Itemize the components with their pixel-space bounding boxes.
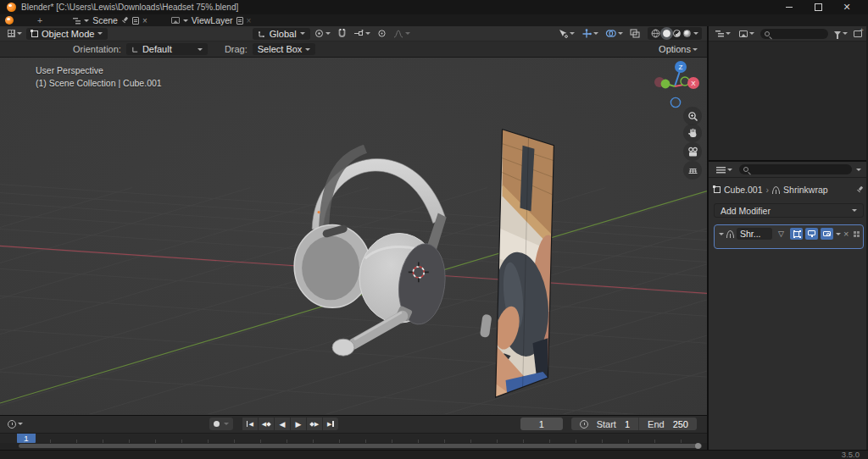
play-reverse-button[interactable]: ◀ bbox=[275, 418, 290, 430]
search-icon bbox=[743, 167, 748, 172]
blender-window: Blender* [C:\Users\Lewis\Downloads\Heads… bbox=[0, 0, 868, 459]
pivot-icon bbox=[314, 29, 324, 38]
object-type-visibility-dropdown[interactable] bbox=[555, 28, 577, 40]
app-menu-icon[interactable] bbox=[5, 16, 14, 25]
viewport-canvas[interactable]: User Perspective (1) Scene Collection | … bbox=[0, 58, 707, 415]
view-layer-selector[interactable]: ViewLayer × bbox=[171, 15, 252, 25]
wireframe-shading-icon[interactable] bbox=[651, 29, 660, 38]
outliner-filter-button[interactable] bbox=[832, 28, 850, 40]
snap-toggle[interactable] bbox=[335, 28, 349, 40]
new-collection-button[interactable] bbox=[854, 30, 862, 37]
properties-options-chevron[interactable] bbox=[856, 169, 861, 171]
show-overlays-toggle[interactable] bbox=[603, 28, 626, 40]
close-scene-icon[interactable]: × bbox=[142, 16, 147, 25]
jump-to-end-button[interactable]: ▶ bbox=[323, 418, 338, 430]
previous-keyframe-button[interactable]: ◀ bbox=[259, 418, 274, 430]
solid-shading-icon[interactable] bbox=[663, 30, 670, 37]
new-scene-icon[interactable] bbox=[132, 17, 139, 25]
outliner-editor bbox=[709, 26, 866, 162]
render-display-toggle[interactable] bbox=[821, 228, 833, 240]
add-modifier-button[interactable]: Add Modifier bbox=[714, 203, 864, 218]
edit-mode-toggle[interactable] bbox=[790, 228, 803, 240]
blender-logo-icon bbox=[7, 3, 16, 12]
breadcrumb-modifier[interactable]: Shrinkwrap bbox=[783, 185, 828, 195]
shrinkwrap-modifier-panel: Shr... ▽ × bbox=[714, 224, 864, 249]
falloff-curve-icon bbox=[393, 30, 403, 38]
transform-orientation-dropdown[interactable]: Global bbox=[253, 28, 310, 40]
remove-view-layer-icon[interactable]: × bbox=[247, 16, 252, 25]
view-layer-name[interactable]: ViewLayer bbox=[192, 15, 233, 25]
timeline-editor-type-button[interactable] bbox=[5, 418, 25, 430]
expand-panel-chevron[interactable] bbox=[719, 233, 724, 235]
proportional-falloff-dropdown[interactable] bbox=[391, 28, 413, 40]
modifier-extras-chevron[interactable] bbox=[836, 233, 841, 235]
material-preview-shading-icon[interactable] bbox=[673, 30, 681, 37]
new-view-layer-icon[interactable] bbox=[236, 17, 243, 25]
scene-name[interactable]: Scene bbox=[92, 15, 118, 25]
statusbar: 3.5.0 bbox=[0, 450, 868, 459]
rendered-shading-icon[interactable] bbox=[683, 30, 691, 37]
pivot-point-dropdown[interactable] bbox=[312, 28, 333, 40]
breadcrumb-object[interactable]: Cube.001 bbox=[724, 185, 763, 195]
drag-dropdown[interactable]: Select Box bbox=[253, 43, 316, 55]
minimize-button[interactable] bbox=[775, 0, 804, 14]
shading-mode-group bbox=[648, 27, 702, 40]
play-button[interactable]: ▶ bbox=[291, 418, 306, 430]
zoom-view-button[interactable] bbox=[683, 107, 702, 125]
shrinkwrap-icon bbox=[772, 186, 780, 194]
orientation-dropdown[interactable]: Default bbox=[126, 43, 208, 55]
pan-view-button[interactable] bbox=[683, 124, 702, 142]
properties-search-input[interactable] bbox=[739, 164, 852, 174]
start-frame-field[interactable]: Start1 bbox=[571, 418, 638, 430]
camera-view-button[interactable] bbox=[683, 142, 702, 161]
maximize-button[interactable] bbox=[804, 0, 832, 14]
proportional-editing-toggle[interactable] bbox=[375, 28, 389, 40]
view-layer-icon bbox=[171, 17, 180, 24]
shrinkwrap-icon bbox=[726, 230, 734, 238]
outliner-search-input[interactable] bbox=[760, 29, 828, 39]
show-gizmo-toggle[interactable] bbox=[579, 28, 601, 40]
search-icon bbox=[765, 31, 770, 36]
jump-to-start-button[interactable]: ◀ bbox=[242, 418, 258, 430]
outliner-editor-type-button[interactable] bbox=[713, 28, 733, 40]
outliner-display-mode-button[interactable] bbox=[737, 28, 757, 40]
viewport-scene bbox=[0, 58, 707, 414]
timeline-ruler[interactable]: 1 bbox=[0, 433, 707, 444]
perspective-toggle-button[interactable] bbox=[683, 161, 702, 180]
xray-toggle[interactable] bbox=[627, 28, 643, 40]
current-frame-field[interactable]: 1 bbox=[520, 418, 563, 430]
auto-keying-toggle[interactable] bbox=[209, 418, 233, 430]
remove-modifier-icon[interactable]: × bbox=[843, 229, 849, 239]
properties-editor-type-button[interactable] bbox=[714, 163, 735, 175]
outliner-tree bbox=[709, 41, 866, 160]
snap-target-dropdown[interactable] bbox=[351, 28, 373, 40]
end-frame-field[interactable]: End250 bbox=[638, 418, 697, 430]
viewport-overlay-text: User Perspective (1) Scene Collection | … bbox=[36, 64, 162, 90]
navigation-gizmo[interactable]: Z X bbox=[649, 61, 704, 113]
titlebar: Blender* [C:\Users\Lewis\Downloads\Heads… bbox=[0, 0, 868, 14]
editor-type-button[interactable] bbox=[5, 28, 25, 40]
add-workspace-button[interactable]: + bbox=[31, 15, 49, 25]
modifier-name-field[interactable]: Shr... bbox=[737, 228, 772, 240]
pin-id-icon[interactable] bbox=[856, 186, 864, 194]
gizmo-x-label: X bbox=[691, 80, 696, 87]
options-dropdown[interactable]: Options bbox=[656, 43, 700, 55]
timeline-scrollbar[interactable] bbox=[0, 443, 707, 450]
next-keyframe-button[interactable]: ▶ bbox=[307, 418, 322, 430]
outliner-header bbox=[709, 26, 866, 41]
scene-selector[interactable]: Scene × bbox=[73, 15, 147, 25]
reference-image-plane[interactable] bbox=[490, 130, 559, 397]
object-mode-icon bbox=[31, 30, 38, 37]
view-name-label: User Perspective bbox=[36, 64, 162, 77]
realtime-display-toggle[interactable] bbox=[805, 228, 818, 240]
pin-icon[interactable] bbox=[121, 17, 129, 25]
headset-model[interactable] bbox=[294, 145, 492, 356]
scrollbar-thumb[interactable] bbox=[19, 444, 702, 448]
on-cage-toggle[interactable]: ▽ bbox=[775, 228, 787, 240]
playhead[interactable]: 1 bbox=[17, 434, 36, 444]
gizmo-neg-z[interactable] bbox=[670, 97, 680, 107]
mode-dropdown[interactable]: Object Mode bbox=[26, 28, 108, 40]
gizmo-y[interactable] bbox=[661, 80, 670, 89]
drag-handle-icon[interactable] bbox=[854, 231, 856, 234]
close-button[interactable]: ✕ bbox=[832, 0, 861, 14]
